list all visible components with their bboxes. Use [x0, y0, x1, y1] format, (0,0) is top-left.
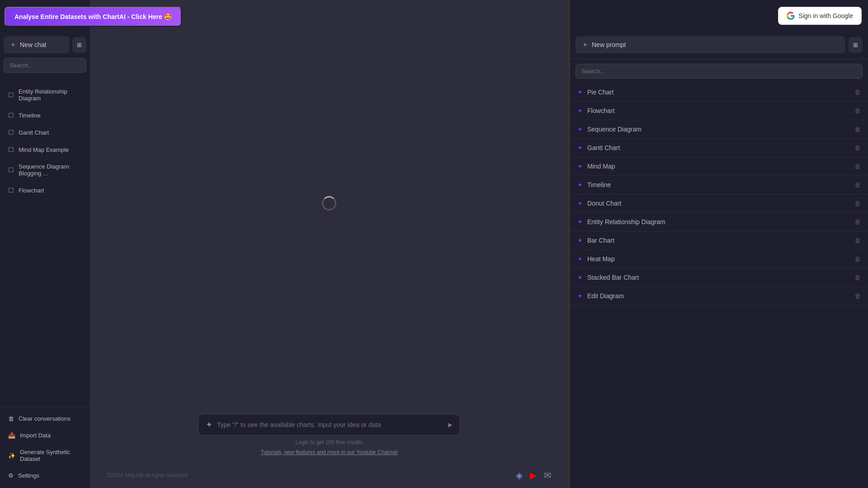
prompt-icon: ✦: [577, 107, 583, 114]
prompt-icon: ✦: [577, 181, 583, 188]
discord-icon[interactable]: ◈: [516, 470, 523, 481]
prompt-list: ✦ Pie Chart 🗑 ✦ Flowchart 🗑 ✦ Sequence D…: [570, 83, 868, 488]
delete-icon[interactable]: 🗑: [854, 200, 861, 207]
delete-icon[interactable]: 🗑: [854, 292, 861, 300]
nav-item-icon: ☐: [8, 187, 14, 194]
prompt-icon: ✦: [577, 200, 583, 207]
bottom-item-label: Generate Synthetic Dataset: [20, 449, 82, 462]
prompt-label: Pie Chart: [587, 89, 850, 96]
sidebar-item-timeline[interactable]: ☐ Timeline: [4, 107, 86, 123]
prompt-label: Flowchart: [587, 107, 850, 114]
delete-icon[interactable]: 🗑: [854, 274, 861, 281]
prompt-item-heat-map[interactable]: ✦ Heat Map 🗑: [570, 250, 868, 268]
prompt-item-flowchart[interactable]: ✦ Flowchart 🗑: [570, 102, 868, 120]
nav-item-icon: ☐: [8, 91, 14, 99]
banner-text: Analyse Entire Datasets with ChartAI - C…: [14, 13, 172, 20]
sidebar-toggle-button[interactable]: ⊞: [72, 37, 86, 53]
prompt-label: Sequence Diagram: [587, 126, 850, 133]
footer-row: ©2024 AHILAB all rights reserved ◈ ▶ ✉: [90, 463, 568, 488]
prompt-icon: ✦: [577, 144, 583, 151]
send-button[interactable]: ➤: [447, 421, 453, 429]
delete-icon[interactable]: 🗑: [854, 181, 861, 188]
prompt-item-edit-diagram[interactable]: ✦ Edit Diagram 🗑: [570, 287, 868, 305]
prompt-icon: ✦: [577, 237, 583, 244]
delete-icon[interactable]: 🗑: [854, 163, 861, 170]
prompt-label: Timeline: [587, 181, 850, 188]
delete-icon[interactable]: 🗑: [854, 255, 861, 263]
prompt-item-entity-relationship-diagram[interactable]: ✦ Entity Relationship Diagram 🗑: [570, 213, 868, 231]
prompt-item-sequence-diagram[interactable]: ✦ Sequence Diagram 🗑: [570, 120, 868, 139]
sidebar-bottom: 🗑 Clear conversations 📥 Import Data ✨ Ge…: [0, 407, 90, 488]
bottom-item-import-data[interactable]: 📥 Import Data: [4, 427, 86, 443]
sidebar-item-sequence-diagram-blogging[interactable]: ☐ Sequence Diagram: Blogging ...: [4, 159, 86, 181]
banner-button[interactable]: Analyse Entire Datasets with ChartAI - C…: [5, 7, 182, 27]
chat-input-container: ✦ ➤: [198, 414, 460, 436]
bottom-item-icon: ⚙: [8, 472, 14, 479]
bottom-item-generate-synthetic-dataset[interactable]: ✨ Generate Synthetic Dataset: [4, 444, 86, 467]
delete-icon[interactable]: 🗑: [854, 89, 861, 96]
nav-item-label: Timeline: [19, 112, 41, 119]
prompt-icon: ✦: [577, 126, 583, 133]
prompt-label: Entity Relationship Diagram: [587, 218, 850, 225]
nav-item-icon: ☐: [8, 146, 14, 153]
prompt-icon: ✦: [577, 163, 583, 170]
delete-icon[interactable]: 🗑: [854, 237, 861, 244]
sidebar-icon: ⊞: [77, 42, 82, 48]
delete-icon[interactable]: 🗑: [854, 107, 861, 114]
prompt-item-donut-chart[interactable]: ✦ Donut Chart 🗑: [570, 194, 868, 213]
signin-button[interactable]: Sign in with Google: [778, 7, 862, 25]
prompt-item-pie-chart[interactable]: ✦ Pie Chart 🗑: [570, 83, 868, 102]
mail-icon[interactable]: ✉: [544, 470, 552, 481]
new-prompt-label: New prompt: [592, 41, 626, 48]
chat-input-icon: ✦: [206, 420, 212, 430]
plus-icon-right: ＋: [582, 41, 588, 49]
bottom-item-icon: 🗑: [8, 415, 14, 422]
google-icon: [787, 12, 795, 20]
delete-icon[interactable]: 🗑: [854, 144, 861, 151]
delete-icon[interactable]: 🗑: [854, 218, 861, 225]
chat-input[interactable]: [217, 421, 442, 428]
prompt-item-stacked-bar-chart[interactable]: ✦ Stacked Bar Chart 🗑: [570, 268, 868, 287]
prompt-icon: ✦: [577, 218, 583, 225]
prompt-label: Gantt Chart: [587, 144, 850, 151]
sidebar-item-entity-relationship-diagram[interactable]: ☐ Entity Relationship Diagram: [4, 84, 86, 106]
bottom-item-clear-conversations[interactable]: 🗑 Clear conversations: [4, 411, 86, 427]
nav-item-label: Entity Relationship Diagram: [19, 88, 82, 102]
left-sidebar: ＋ New chat ⊞ ☐ Entity Relationship Diagr…: [0, 0, 90, 488]
new-chat-button[interactable]: ＋ New chat: [4, 36, 70, 53]
bottom-item-settings[interactable]: ⚙ Settings: [4, 468, 86, 483]
bottom-item-icon: 📥: [8, 432, 15, 439]
youtube-icon[interactable]: ▶: [530, 470, 537, 481]
right-panel-toggle-button[interactable]: ⊞: [849, 37, 863, 53]
sidebar-search-input[interactable]: [4, 58, 86, 73]
delete-icon[interactable]: 🗑: [854, 126, 861, 133]
main-content: ✦ ➤ Login to get 100 free credits Tutori…: [90, 0, 568, 488]
sidebar-item-mind-map-example[interactable]: ☐ Mind Map Example: [4, 141, 86, 158]
login-text: Login to get 100 free credits: [296, 439, 363, 446]
prompt-label: Bar Chart: [587, 237, 850, 244]
sidebar-nav: ☐ Entity Relationship Diagram ☐ Timeline…: [0, 84, 90, 407]
prompt-item-mind-map[interactable]: ✦ Mind Map 🗑: [570, 157, 868, 176]
sidebar-item-gantt-chart[interactable]: ☐ Gantt Chart: [4, 124, 86, 141]
prompt-icon: ✦: [577, 89, 583, 96]
prompt-item-gantt-chart[interactable]: ✦ Gantt Chart 🗑: [570, 139, 868, 157]
signin-label: Sign in with Google: [798, 12, 853, 19]
right-panel-search-input[interactable]: [576, 64, 863, 79]
prompt-label: Mind Map: [587, 163, 850, 170]
new-prompt-button[interactable]: ＋ New prompt: [576, 36, 845, 53]
sidebar-item-flowchart[interactable]: ☐ Flowchart: [4, 182, 86, 198]
bottom-item-label: Clear conversations: [19, 415, 71, 422]
prompt-item-bar-chart[interactable]: ✦ Bar Chart 🗑: [570, 231, 868, 250]
social-icons: ◈ ▶ ✉: [509, 466, 559, 484]
prompt-item-timeline[interactable]: ✦ Timeline 🗑: [570, 176, 868, 194]
youtube-link[interactable]: Tutorials, new features and more in our …: [260, 449, 397, 455]
plus-icon: ＋: [10, 41, 16, 49]
send-icon: ➤: [447, 421, 453, 429]
nav-item-label: Sequence Diagram: Blogging ...: [19, 163, 82, 177]
new-chat-label: New chat: [20, 41, 46, 48]
right-panel: ＋ New prompt ⊞ ✦ Pie Chart 🗑 ✦ Flowchart…: [570, 0, 868, 488]
nav-item-label: Flowchart: [19, 187, 44, 194]
new-chat-row: ＋ New chat ⊞: [4, 36, 86, 53]
prompt-label: Heat Map: [587, 255, 850, 263]
nav-item-label: Mind Map Example: [19, 146, 69, 153]
